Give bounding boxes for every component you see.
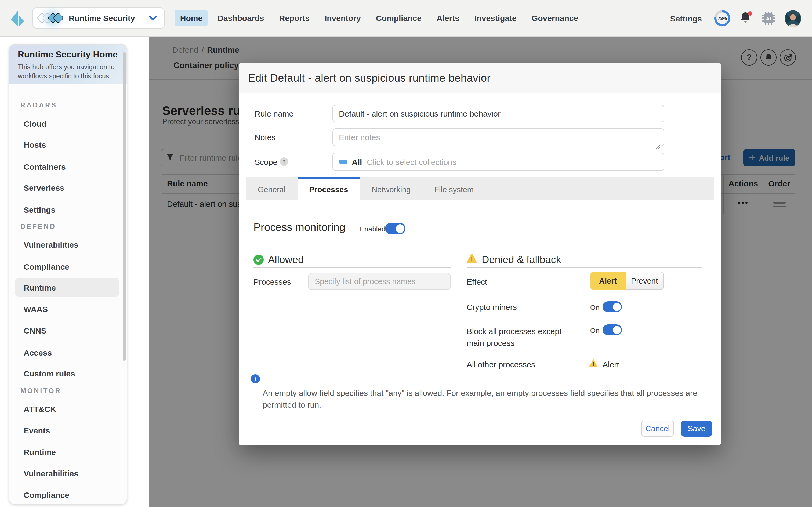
- ai-assistant-icon[interactable]: AI: [761, 11, 775, 25]
- nav-item-governance[interactable]: Governance: [526, 10, 583, 26]
- scope-help-icon[interactable]: ?: [280, 157, 288, 166]
- divider: [253, 267, 451, 268]
- sidebar-item-cnns[interactable]: CNNS: [15, 321, 119, 340]
- sidebar-item-monitor-runtime[interactable]: Runtime: [15, 442, 119, 461]
- nav-item-reports[interactable]: Reports: [274, 10, 315, 26]
- sidebar-item-custom-rules[interactable]: Custom rules: [15, 363, 119, 383]
- nav-item-alerts[interactable]: Alerts: [431, 10, 465, 26]
- scope-chip-all: All: [352, 157, 362, 166]
- app: Runtime Security Home Dashboards Reports…: [0, 0, 812, 507]
- brand-logo-icon[interactable]: [11, 9, 25, 26]
- sidebar-item-hosts[interactable]: Hosts: [15, 135, 119, 154]
- product-diamonds-icon: [38, 14, 62, 22]
- tab-general[interactable]: General: [246, 177, 297, 200]
- nav-item-inventory[interactable]: Inventory: [319, 10, 366, 26]
- crypto-miners-state: On: [590, 303, 599, 312]
- effect-option-alert[interactable]: Alert: [590, 272, 626, 290]
- sidebar-item-monitor-vulnerabilities[interactable]: Vulnerabilities: [15, 463, 119, 483]
- sidebar-item-radar-settings[interactable]: Settings: [15, 200, 119, 219]
- effect-option-prevent[interactable]: Prevent: [626, 272, 664, 290]
- sidebar-description: This hub offers you navigation to workfl…: [18, 63, 119, 80]
- sidebar-section-defend: DEFEND: [20, 222, 56, 231]
- sidebar-header: Runtime Security Home This hub offers yo…: [9, 45, 127, 84]
- sidebar-item-containers[interactable]: Containers: [15, 157, 119, 176]
- product-switcher-label: Runtime Security: [69, 13, 135, 22]
- save-button[interactable]: Save: [681, 420, 712, 437]
- sidebar-item-access[interactable]: Access: [15, 343, 119, 362]
- modal-footer-divider: [239, 413, 721, 414]
- sidebar-title: Runtime Security Home: [18, 49, 119, 60]
- scope-placeholder: Click to select collections: [367, 157, 456, 166]
- nav-item-compliance[interactable]: Compliance: [370, 10, 427, 26]
- notification-badge: [748, 11, 752, 15]
- process-monitoring-title: Process monitoring: [253, 221, 345, 234]
- allowed-check-icon: [253, 255, 264, 267]
- rule-name-input[interactable]: [333, 105, 664, 122]
- info-icon: i: [251, 374, 260, 384]
- usage-percent: 78%: [716, 12, 728, 24]
- edit-rule-modal: Edit Default - alert on suspicious runti…: [239, 63, 721, 445]
- sidebar-item-cloud[interactable]: Cloud: [15, 114, 119, 133]
- block-all-label: Block all processes except main process: [467, 326, 577, 349]
- effect-label: Effect: [467, 277, 487, 286]
- sidebar-item-monitor-compliance[interactable]: Compliance: [15, 485, 119, 504]
- denied-section-title: Denied & fallback: [482, 254, 561, 266]
- sidebar: Runtime Security Home This hub offers yo…: [0, 37, 149, 507]
- notes-label: Notes: [254, 133, 276, 142]
- sidebar-item-attck[interactable]: ATT&CK: [15, 399, 119, 418]
- sidebar-card: Runtime Security Home This hub offers yo…: [9, 44, 127, 505]
- avatar[interactable]: [785, 10, 801, 26]
- sidebar-item-events[interactable]: Events: [15, 420, 119, 440]
- sidebar-scrollbar[interactable]: [123, 52, 126, 361]
- sidebar-item-runtime[interactable]: Runtime: [15, 278, 119, 297]
- divider: [467, 267, 702, 268]
- allowed-processes-label: Processes: [253, 277, 291, 286]
- sidebar-section-monitor: MONITOR: [20, 386, 61, 396]
- notes-textarea[interactable]: [333, 128, 664, 146]
- crypto-miners-toggle[interactable]: [602, 301, 622, 312]
- crypto-miners-label: Crypto miners: [467, 302, 517, 312]
- settings-link[interactable]: Settings: [670, 14, 702, 23]
- sidebar-item-serverless[interactable]: Serverless: [15, 178, 119, 197]
- modal-note: An empty allow field specifies that "any…: [263, 387, 703, 410]
- topbar-right: Settings 78%: [670, 0, 801, 37]
- modal-title: Edit Default - alert on suspicious runti…: [248, 72, 490, 84]
- tab-file-system[interactable]: File system: [422, 177, 485, 200]
- denied-warning-icon: !: [467, 253, 477, 265]
- product-switcher[interactable]: Runtime Security: [32, 7, 165, 29]
- collections-icon: [339, 160, 347, 164]
- svg-text:!: !: [471, 256, 473, 262]
- allowed-processes-input[interactable]: [308, 273, 451, 290]
- nav-item-investigate[interactable]: Investigate: [469, 10, 522, 26]
- scope-label: Scope: [254, 157, 277, 167]
- block-all-toggle[interactable]: [602, 324, 622, 335]
- main-nav: Home Dashboards Reports Inventory Compli…: [175, 10, 584, 26]
- sidebar-section-radars: RADARS: [20, 101, 57, 110]
- sidebar-item-vulnerabilities[interactable]: Vulnerabilities: [15, 235, 119, 254]
- cancel-button[interactable]: Cancel: [641, 420, 674, 437]
- scope-select[interactable]: All Click to select collections: [333, 153, 664, 171]
- all-other-processes-label: All other processes: [467, 360, 535, 369]
- svg-text:!: !: [593, 361, 594, 367]
- nav-item-dashboards[interactable]: Dashboards: [212, 10, 269, 26]
- sidebar-item-waas[interactable]: WAAS: [15, 299, 119, 319]
- modal-header: Edit Default - alert on suspicious runti…: [239, 63, 721, 94]
- sidebar-item-compliance[interactable]: Compliance: [15, 257, 119, 276]
- nav-item-home[interactable]: Home: [175, 10, 208, 26]
- allowed-section-title: Allowed: [268, 254, 304, 266]
- rule-name-label: Rule name: [254, 109, 293, 118]
- usage-ring[interactable]: 78%: [714, 10, 731, 26]
- process-monitoring-toggle[interactable]: [385, 223, 405, 234]
- screenshot-viewport: Runtime Security Home Dashboards Reports…: [0, 0, 812, 507]
- topbar: Runtime Security Home Dashboards Reports…: [0, 0, 812, 37]
- modal-tabs: General Processes Networking File system: [246, 177, 714, 200]
- process-monitoring-toggle-label: Enabled: [360, 225, 385, 233]
- tab-processes[interactable]: Processes: [297, 177, 360, 200]
- notifications-bell-icon[interactable]: [740, 11, 752, 25]
- chevron-down-icon: [149, 13, 157, 23]
- tab-networking[interactable]: Networking: [360, 177, 422, 200]
- effect-segment: Alert Prevent: [590, 272, 664, 290]
- fallback-warning-icon: !: [589, 359, 598, 370]
- block-all-state: On: [590, 327, 599, 335]
- svg-text:AI: AI: [766, 16, 771, 21]
